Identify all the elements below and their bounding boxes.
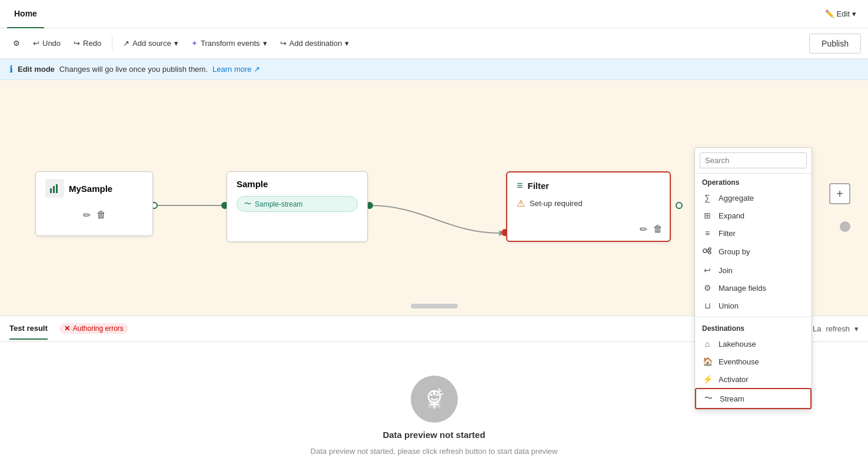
error-x-icon: ✕ [64, 324, 70, 333]
delete-icon[interactable]: 🗑 [97, 210, 106, 221]
activator-icon: ⚡ [702, 374, 713, 384]
expand-icon: ⊞ [702, 211, 713, 220]
redo-icon: ↪ [74, 39, 80, 48]
filter-warning: ⚠ Set-up required [517, 198, 660, 209]
add-node-button[interactable]: + [829, 183, 850, 204]
learn-more-link[interactable]: Learn more ↗ [212, 65, 260, 74]
eventhouse-icon: 🏠 [702, 357, 713, 366]
node-mysample[interactable]: MySample ✏ 🗑 [35, 171, 153, 236]
svg-line-12 [440, 394, 443, 394]
join-icon: ↩ [702, 265, 713, 275]
top-nav: Home ✏️ Edit ▾ [0, 0, 868, 28]
dropdown-item-filter[interactable]: ≡ Filter [695, 224, 812, 242]
tab-test-result[interactable]: Test result [9, 318, 48, 340]
svg-point-10 [436, 394, 438, 396]
external-link-icon: ↗ [254, 65, 260, 74]
info-bar: ℹ Edit mode Changes will go live once yo… [0, 59, 868, 80]
edit-icon[interactable]: ✏ [83, 210, 91, 221]
filter-delete-icon[interactable]: 🗑 [653, 224, 663, 235]
chevron-down-icon: ▾ [263, 39, 267, 48]
stream-icon: 〜 [703, 393, 714, 404]
dropdown-panel: Operations ∑ Aggregate ⊞ Expand ≡ Filter… [694, 147, 812, 410]
connector-dot-filter-out [676, 202, 683, 209]
redo-button[interactable]: ↪ Redo [68, 35, 107, 51]
destination-icon: ↪ [280, 39, 287, 48]
dropdown-item-join[interactable]: ↩ Join [695, 261, 812, 279]
node-sample[interactable]: Sample 〜 Sample-stream [227, 171, 368, 242]
edit-button[interactable]: ✏️ Edit ▾ [820, 7, 861, 21]
chevron-down-icon: ▾ [852, 9, 856, 18]
dropdown-item-aggregate[interactable]: ∑ Aggregate [695, 189, 812, 207]
undo-icon: ↩ [33, 39, 39, 48]
publish-button[interactable]: Publish [809, 34, 861, 54]
dropdown-item-manage-fields[interactable]: ⚙ Manage fields [695, 279, 812, 297]
aggregate-icon: ∑ [702, 193, 713, 203]
node-filter[interactable]: ≡ Filter ⚠ Set-up required ✏ 🗑 [506, 171, 671, 242]
undo-button[interactable]: ↩ Undo [27, 35, 66, 51]
filter-icon: ≡ [702, 228, 713, 238]
filter-icon: ≡ [517, 180, 523, 192]
svg-line-11 [439, 390, 441, 392]
transform-icon: ✦ [191, 39, 198, 48]
svg-line-17 [707, 249, 709, 251]
destinations-section-label: Destinations [695, 320, 812, 335]
edit-mode-label: Edit mode [18, 65, 55, 74]
dropdown-item-union[interactable]: ⊔ Union [695, 297, 812, 314]
svg-line-18 [707, 251, 709, 253]
filter-actions: ✏ 🗑 [640, 224, 663, 235]
error-badge: ✕ Authoring errors [59, 323, 128, 334]
dropdown-item-eventhouse[interactable]: 🏠 Eventhouse [695, 353, 812, 370]
empty-state-subtitle: Data preview not started, please click r… [311, 447, 558, 456]
gear-icon: ⚙ [13, 39, 20, 48]
dropdown-item-activator[interactable]: ⚡ Activator [695, 370, 812, 388]
dropdown-item-stream[interactable]: 〜 Stream [695, 388, 812, 409]
search-input[interactable] [700, 152, 807, 168]
manage-fields-icon: ⚙ [702, 283, 713, 293]
refresh-label[interactable]: refresh [826, 324, 850, 333]
svg-rect-3 [53, 186, 55, 193]
sample-stream-badge: 〜 Sample-stream [237, 196, 358, 212]
mysample-actions: ✏ 🗑 [45, 210, 143, 221]
dropdown-search [695, 148, 812, 174]
pencil-icon: ✏️ [825, 9, 834, 18]
svg-rect-4 [56, 184, 58, 193]
chevron-down-icon[interactable]: ▾ [854, 324, 859, 333]
dropdown-item-expand[interactable]: ⊞ Expand [695, 207, 812, 224]
tab-home[interactable]: Home [7, 0, 44, 28]
svg-point-9 [430, 394, 433, 396]
tab-authoring-errors[interactable]: ✕ Authoring errors [59, 317, 128, 341]
empty-state-icon [411, 376, 458, 423]
stream-icon: 〜 [244, 199, 251, 209]
warning-icon: ⚠ [517, 198, 525, 209]
svg-rect-6 [433, 391, 435, 396]
edit-mode-message: Changes will go live once you publish th… [59, 65, 208, 74]
zoom-area [840, 221, 850, 232]
dropdown-item-groupby[interactable]: Group by [695, 242, 812, 261]
mysample-icon [45, 179, 64, 198]
chevron-down-icon: ▾ [174, 39, 178, 48]
add-source-button[interactable]: ↗ Add source ▾ [117, 35, 184, 51]
filter-edit-icon[interactable]: ✏ [640, 224, 647, 235]
dropdown-item-lakehouse[interactable]: ⌂ Lakehouse [695, 335, 812, 353]
lakehouse-icon: ⌂ [702, 339, 713, 348]
add-source-icon: ↗ [123, 39, 129, 48]
svg-point-15 [709, 248, 711, 250]
union-icon: ⊔ [702, 301, 713, 310]
svg-point-14 [703, 249, 707, 253]
svg-line-13 [438, 389, 440, 391]
transform-events-button[interactable]: ✦ Transform events ▾ [185, 35, 273, 51]
separator [112, 36, 112, 51]
groupby-icon [702, 246, 713, 257]
svg-point-16 [709, 251, 711, 254]
empty-state-title: Data preview not started [383, 430, 485, 440]
chevron-down-icon: ▾ [345, 39, 349, 48]
add-destination-button[interactable]: ↪ Add destination ▾ [274, 35, 355, 51]
bottom-tab-right: La refresh ▾ [813, 324, 859, 333]
gear-button[interactable]: ⚙ [7, 35, 26, 51]
svg-rect-2 [50, 188, 52, 193]
filter-title: ≡ Filter [517, 180, 660, 192]
sample-title: Sample [237, 179, 358, 189]
toolbar: ⚙ ↩ Undo ↪ Redo ↗ Add source ▾ ✦ Transfo… [0, 28, 868, 59]
scroll-indicator [411, 304, 458, 308]
mysample-title: MySample [45, 179, 143, 198]
